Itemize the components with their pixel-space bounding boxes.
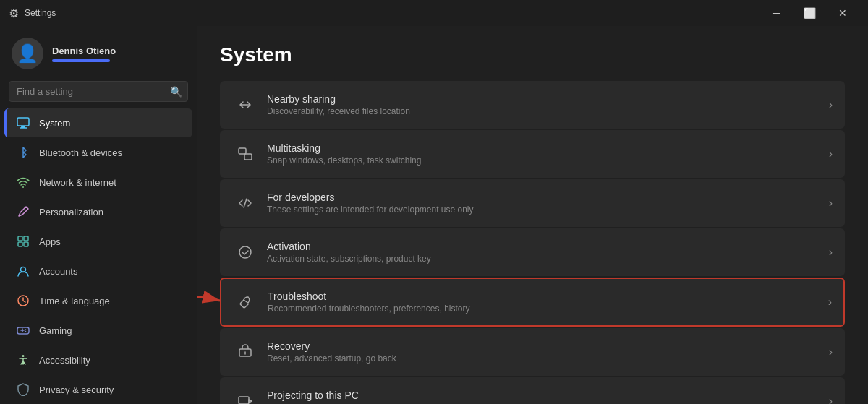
sidebar-item-label-gaming: Gaming (39, 325, 72, 336)
sidebar-item-privacy[interactable]: Privacy & security (4, 375, 192, 404)
sidebar-item-label-accessibility: Accessibility (39, 355, 90, 366)
minimize-button[interactable]: ─ (760, 0, 793, 26)
gaming-icon (16, 323, 30, 338)
accessibility-icon (16, 353, 30, 367)
user-info: Dennis Otieno (52, 46, 116, 62)
recovery-subtitle: Reset, advanced startup, go back (267, 353, 829, 364)
setting-projecting[interactable]: Projecting to this PC Permissions, pairi… (220, 377, 845, 404)
search-input[interactable] (9, 81, 188, 102)
projecting-chevron: › (829, 395, 833, 404)
svg-line-16 (244, 199, 247, 207)
multitasking-chevron: › (829, 147, 833, 160)
nearby-sharing-title: Nearby sharing (267, 93, 829, 105)
svg-point-3 (22, 186, 24, 188)
recovery-chevron: › (829, 345, 833, 358)
nearby-sharing-icon (232, 92, 258, 118)
sidebar-item-label-system: System (39, 118, 70, 129)
user-section: 👤 Dennis Otieno (0, 26, 197, 78)
page-title: System (220, 43, 845, 66)
close-button[interactable]: ✕ (826, 0, 859, 26)
nearby-sharing-text: Nearby sharing Discoverability, received… (267, 93, 829, 116)
search-icon: 🔍 (170, 86, 182, 98)
maximize-button[interactable]: ⬜ (793, 0, 826, 26)
avatar-icon: 👤 (17, 43, 38, 64)
sidebar-item-apps[interactable]: Apps (4, 227, 192, 256)
svg-rect-15 (244, 154, 252, 160)
avatar: 👤 (12, 38, 43, 69)
time-icon (16, 293, 30, 308)
setting-recovery[interactable]: Recovery Reset, advanced startup, go bac… (220, 328, 845, 376)
titlebar-controls: ─ ⬜ ✕ (760, 0, 859, 26)
sidebar-item-time[interactable]: Time & language (4, 286, 192, 315)
search-box: 🔍 (9, 81, 188, 102)
setting-activation[interactable]: Activation Activation state, subscriptio… (220, 228, 845, 276)
troubleshoot-chevron: › (828, 296, 832, 309)
activation-text: Activation Activation state, subscriptio… (267, 241, 829, 264)
sidebar-item-label-time: Time & language (39, 296, 110, 306)
apps-icon (16, 234, 30, 249)
troubleshoot-text: Troubleshoot Recommended troubleshooters… (268, 291, 828, 314)
sidebar-item-label-network: Network & internet (39, 177, 116, 188)
sidebar-item-label-accounts: Accounts (39, 266, 77, 277)
activation-subtitle: Activation state, subscriptions, product… (267, 254, 829, 264)
privacy-icon (16, 382, 30, 397)
setting-troubleshoot[interactable]: Troubleshoot Recommended troubleshooters… (220, 278, 845, 327)
for-developers-text: For developers These settings are intend… (267, 192, 829, 215)
sidebar-item-label-bluetooth: Bluetooth & devices (39, 147, 122, 158)
projecting-icon (232, 388, 258, 404)
nearby-sharing-chevron: › (829, 98, 833, 111)
activation-chevron: › (829, 246, 833, 259)
sidebar-item-accounts[interactable]: Accounts (4, 257, 192, 285)
troubleshoot-title: Troubleshoot (268, 291, 828, 302)
content-area: System Nearby sharing Discoverability, r… (197, 26, 868, 404)
sidebar: 👤 Dennis Otieno 🔍 System (0, 26, 197, 404)
activation-icon (232, 239, 258, 265)
bluetooth-icon (16, 145, 30, 160)
troubleshoot-subtitle: Recommended troubleshooters, preferences… (268, 304, 828, 314)
titlebar-left: ⚙ Settings (9, 7, 56, 20)
svg-point-13 (22, 355, 25, 357)
projecting-title: Projecting to this PC (267, 390, 829, 401)
multitasking-subtitle: Snap windows, desktops, task switching (267, 155, 829, 166)
svg-rect-7 (24, 242, 28, 246)
svg-point-11 (25, 329, 27, 330)
accounts-icon (16, 264, 30, 278)
sidebar-item-bluetooth[interactable]: Bluetooth & devices (4, 138, 192, 167)
setting-nearby-sharing[interactable]: Nearby sharing Discoverability, received… (220, 81, 845, 129)
user-status-bar (52, 59, 110, 62)
svg-rect-4 (18, 236, 22, 241)
activation-title: Activation (267, 241, 829, 252)
multitasking-text: Multitasking Snap windows, desktops, tas… (267, 142, 829, 166)
user-name: Dennis Otieno (52, 46, 116, 56)
svg-point-12 (25, 331, 27, 332)
app-body: 👤 Dennis Otieno 🔍 System (0, 26, 868, 404)
sidebar-item-system[interactable]: System (4, 108, 192, 137)
sidebar-item-label-privacy: Privacy & security (39, 384, 114, 395)
multitasking-icon (232, 141, 258, 167)
sidebar-item-personalization[interactable]: Personalization (4, 197, 192, 226)
svg-rect-14 (239, 148, 246, 154)
for-developers-icon (232, 190, 258, 216)
svg-point-17 (239, 246, 251, 258)
multitasking-title: Multitasking (267, 142, 829, 154)
svg-rect-5 (24, 236, 28, 241)
for-developers-chevron: › (829, 197, 833, 210)
projecting-text: Projecting to this PC Permissions, pairi… (267, 390, 829, 404)
settings-icon: ⚙ (9, 7, 19, 20)
sidebar-item-label-apps: Apps (39, 236, 61, 247)
sidebar-item-accessibility[interactable]: Accessibility (4, 345, 192, 374)
setting-for-developers[interactable]: For developers These settings are intend… (220, 179, 845, 227)
recovery-title: Recovery (267, 340, 829, 352)
troubleshoot-icon (233, 289, 259, 315)
recovery-icon (232, 339, 258, 365)
svg-rect-6 (18, 242, 22, 246)
sidebar-item-gaming[interactable]: Gaming (4, 316, 192, 345)
nearby-sharing-subtitle: Discoverability, received files location (267, 106, 829, 116)
settings-list: Nearby sharing Discoverability, received… (220, 81, 845, 404)
setting-multitasking[interactable]: Multitasking Snap windows, desktops, tas… (220, 130, 845, 178)
personalization-icon (16, 205, 30, 219)
sidebar-item-network[interactable]: Network & internet (4, 168, 192, 197)
sidebar-nav: System Bluetooth & devices Network & int… (0, 108, 197, 404)
for-developers-subtitle: These settings are intended for developm… (267, 205, 829, 215)
svg-rect-20 (239, 397, 249, 404)
